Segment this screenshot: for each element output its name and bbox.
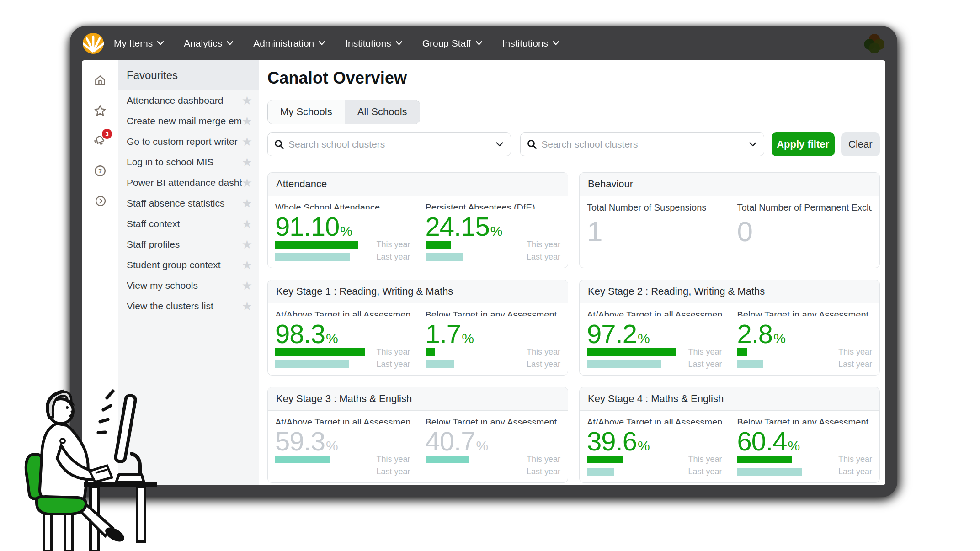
apply-filter-button[interactable]: Apply filter	[772, 132, 835, 156]
star-icon[interactable]: ★	[242, 136, 252, 148]
metric-ks4-at-above-target: At/Above Target in all Assessments 39.6%…	[580, 411, 730, 483]
metric-value: 40.7%	[426, 428, 561, 455]
nav-item-analytics[interactable]: Analytics	[184, 38, 233, 49]
metric-label: Total Number of Permanent Exclusions	[737, 202, 873, 213]
nav-item-my-items[interactable]: My Items	[114, 38, 164, 49]
sidebar-item-create-mail-merge[interactable]: Create new mail merge email ★	[118, 111, 259, 131]
star-icon[interactable]: ★	[242, 259, 252, 271]
nav-item-institutions-1[interactable]: Institutions	[345, 38, 402, 49]
search-placeholder: Search school clusters	[541, 139, 749, 150]
account-clover-icon[interactable]	[864, 33, 884, 53]
star-icon[interactable]: ★	[242, 218, 252, 230]
nav-item-group-staff[interactable]: Group Staff	[422, 38, 482, 49]
metric-value: 98.3%	[275, 321, 410, 347]
this-year-label: This year	[517, 455, 560, 464]
bar-track	[587, 360, 679, 368]
bar-track	[426, 253, 517, 261]
this-year-label: This year	[517, 240, 560, 249]
clear-button[interactable]: Clear	[841, 132, 880, 156]
svg-text:?: ?	[98, 167, 102, 175]
metric-permanent-exclusions: Total Number of Permanent Exclusions 0	[730, 196, 880, 268]
bar-track	[426, 360, 517, 368]
sidebar-item-view-clusters-list[interactable]: View the clusters list ★	[118, 296, 259, 316]
metric-ks4-below-target: Below Target in any Assessment 60.4% Thi…	[730, 411, 880, 483]
sidebar-item-student-group-context[interactable]: Student group context ★	[118, 254, 259, 275]
bar-track	[275, 360, 367, 368]
star-icon[interactable]: ★	[242, 280, 252, 291]
brand-logo-icon[interactable]	[83, 33, 104, 54]
sidebar-item-view-my-schools[interactable]: View my schools ★	[118, 275, 259, 296]
sidebar-item-login-school-mis[interactable]: Log in to school MIS ★	[118, 152, 259, 172]
sidebar-item-attendance-dashboard[interactable]: Attendance dashboard ★	[118, 90, 259, 111]
this-year-bar	[426, 241, 451, 249]
chevron-down-icon	[476, 41, 482, 45]
last-year-label: Last year	[367, 360, 410, 369]
metric-label: Persistent Absentees (DfE)	[426, 202, 561, 209]
metric-bars: This year Last year	[426, 347, 561, 369]
metric-unit: %	[490, 223, 503, 238]
card-key-stage-3: Key Stage 3 : Maths & English At/Above T…	[267, 387, 568, 483]
star-icon[interactable]: ★	[242, 95, 252, 106]
sidebar-item-power-bi-dashboard[interactable]: Power BI attendance dashboard ★	[118, 172, 259, 193]
metric-number: 24.15	[426, 212, 490, 241]
card-title: Attendance	[268, 173, 568, 196]
star-icon[interactable]: ★	[242, 238, 252, 250]
search-placeholder: Search school clusters	[288, 139, 496, 150]
page-title: Canalot Overview	[267, 69, 880, 88]
nav-item-label: Institutions	[502, 38, 548, 49]
card-key-stage-1: Key Stage 1 : Reading, Writing & Maths A…	[267, 280, 568, 376]
last-year-label: Last year	[679, 467, 722, 477]
chevron-down-icon	[319, 41, 325, 45]
bar-track	[587, 348, 679, 356]
school-cluster-select-1[interactable]: Search school clusters	[267, 132, 511, 156]
star-icon[interactable]: ★	[242, 115, 252, 127]
sidebar-item-label: Power BI attendance dashboard	[127, 177, 242, 188]
metric-bars: This year Last year	[275, 347, 410, 369]
metric-value: 39.6%	[587, 428, 722, 455]
metric-ks2-at-above-target: At/Above Target in all Assessments 97.2%…	[580, 303, 730, 376]
nav-item-institutions-2[interactable]: Institutions	[502, 38, 559, 49]
home-icon[interactable]	[90, 70, 110, 90]
metric-ks1-at-above-target: At/Above Target in all Assessments 98.3%…	[268, 303, 418, 376]
sidebar-item-staff-profiles[interactable]: Staff profiles ★	[118, 234, 259, 254]
tab-my-schools[interactable]: My Schools	[268, 100, 345, 124]
star-icon[interactable]: ★	[242, 197, 252, 209]
tab-all-schools[interactable]: All Schools	[345, 100, 420, 124]
sidebar-item-staff-absence-statistics[interactable]: Staff absence statistics ★	[118, 193, 259, 213]
metric-number: 2.8	[737, 319, 773, 349]
last-year-bar	[426, 253, 463, 261]
metric-label: At/Above Target in all Assessments	[587, 417, 722, 424]
star-icon[interactable]: ★	[242, 156, 252, 168]
school-cluster-select-2[interactable]: Search school clusters	[520, 132, 764, 156]
sidebar-item-label: Create new mail merge email	[127, 116, 242, 127]
metric-ks3-below-target: Below Target in any Assessment 40.7% Thi…	[418, 411, 568, 483]
card-key-stage-2: Key Stage 2 : Reading, Writing & Maths A…	[579, 280, 880, 376]
sidebar-item-staff-context[interactable]: Staff context ★	[118, 213, 259, 234]
metric-total-suspensions: Total Number of Suspensions 1	[580, 196, 730, 268]
metric-ks2-below-target: Below Target in any Assessment 2.8% This…	[730, 303, 880, 376]
this-year-bar	[737, 348, 747, 356]
help-icon[interactable]: ?	[90, 161, 110, 181]
last-year-bar	[737, 468, 802, 476]
nav-item-administration[interactable]: Administration	[253, 38, 325, 49]
metric-label: At/Above Target in all Assessments	[275, 417, 410, 424]
metric-label: Below Target in any Assessment	[737, 417, 873, 424]
metric-value: 1.7%	[426, 321, 561, 347]
notifications-bell-icon[interactable]: 3	[90, 131, 110, 151]
star-icon[interactable]: ★	[242, 300, 252, 312]
metric-unit: %	[476, 438, 488, 453]
bar-track	[426, 348, 517, 356]
nav-item-label: Administration	[253, 38, 314, 49]
sidebar-item-custom-report-writer[interactable]: Go to custom report writer ★	[118, 131, 259, 152]
last-year-label: Last year	[517, 467, 560, 477]
bar-track	[275, 456, 367, 463]
metric-value: 91.10%	[275, 213, 410, 240]
login-arrow-icon[interactable]	[90, 191, 110, 211]
metric-number: 59.3	[275, 426, 325, 456]
notification-badge: 3	[102, 129, 112, 139]
favourites-star-icon[interactable]	[90, 101, 110, 121]
this-year-label: This year	[829, 455, 872, 464]
star-icon[interactable]: ★	[242, 177, 252, 189]
sidebar-item-label: View my schools	[127, 280, 242, 291]
filter-bar: Search school clusters Search school clu…	[267, 132, 880, 156]
